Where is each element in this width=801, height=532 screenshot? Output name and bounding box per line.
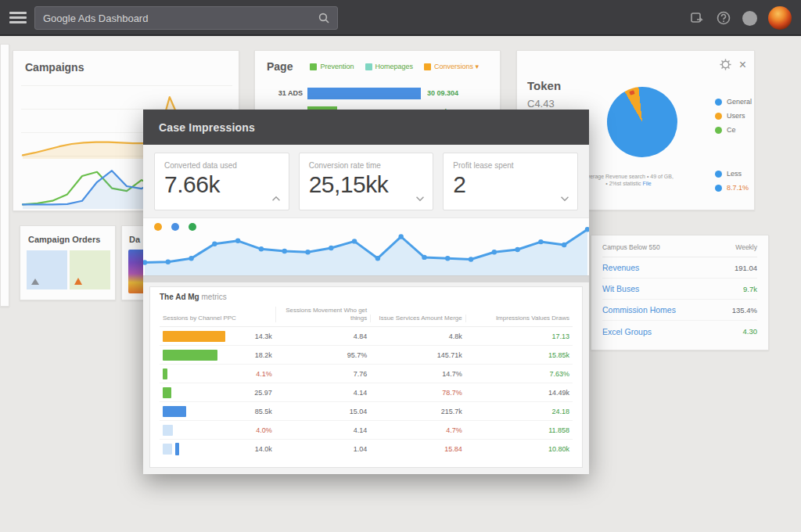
legend-dot-icon[interactable] — [189, 223, 196, 231]
legend-dot-icon — [715, 127, 722, 134]
help-icon[interactable] — [716, 10, 731, 26]
token-legend-secondary: Less8.7.1% — [715, 170, 749, 198]
modal-line-chart — [143, 218, 589, 276]
orders-swatch-green[interactable] — [70, 250, 110, 289]
chevron-down-icon[interactable] — [560, 196, 569, 202]
chevron-up-icon[interactable] — [271, 196, 281, 202]
legend-item[interactable]: Ce — [715, 126, 752, 134]
token-pie-chart — [607, 87, 677, 157]
h-bar — [163, 331, 225, 342]
h-bar — [163, 350, 217, 361]
weekly-header-left: Campus Below 550 — [602, 243, 660, 251]
table-row[interactable]: 4.1% 7.7614.7%7.63% — [160, 365, 573, 383]
table-column-header[interactable]: Issue Services Amount Merge — [370, 304, 465, 327]
h-bar — [163, 425, 173, 436]
weekly-row-link[interactable]: Wit Buses — [602, 284, 639, 293]
legend-dot-icon — [715, 113, 722, 120]
weekly-rows: Revenues191.04Wit Buses9.7kCommission Ho… — [602, 257, 757, 342]
triangle-marker-icon — [74, 278, 82, 285]
weekly-row: Excel Groups4.30 — [602, 321, 757, 342]
legend-swatch-icon — [424, 63, 431, 70]
table-row[interactable]: 14.3k 4.844.8k17.13 — [160, 327, 573, 346]
token-card-title: Token — [527, 79, 561, 92]
page-legend-item[interactable]: Conversions ▾ — [424, 63, 479, 70]
share-icon[interactable] — [689, 10, 705, 26]
search-input[interactable] — [43, 13, 318, 24]
metric-card[interactable]: Conversion rate time25,15kk — [299, 153, 434, 210]
modal-table-card: The Ad Mg metrics Sessions by Channel PP… — [149, 286, 583, 468]
token-card-subtitle: C4.43 — [527, 98, 555, 110]
legend-dot-icon — [715, 185, 722, 192]
legend-swatch-icon — [310, 63, 317, 70]
campaigns-card-title: Campaigns — [25, 61, 84, 74]
modal-table-header-row: Sessions by Channel PPCSessions Movement… — [160, 304, 573, 327]
modal-chart-section — [143, 217, 589, 275]
weekly-row-link[interactable]: Commission Homes — [602, 305, 676, 315]
legend-item[interactable]: Users — [715, 112, 752, 120]
legend-item[interactable]: General — [715, 98, 752, 106]
table-column-header[interactable]: Sessions Movement Who get things — [275, 304, 370, 327]
legend-dot-icon — [715, 171, 722, 178]
legend-item[interactable]: Less — [715, 170, 749, 178]
modal-header[interactable]: Case Impressions — [143, 110, 589, 145]
table-column-header[interactable]: Sessions by Channel PPC — [160, 304, 275, 327]
avatar[interactable] — [768, 6, 792, 30]
token-caption-link[interactable]: File — [642, 181, 651, 186]
weekly-row-link[interactable]: Excel Groups — [602, 327, 652, 336]
legend-dot-icon[interactable] — [171, 223, 179, 231]
campaign-orders-title: Campaign Orders — [20, 226, 115, 244]
token-legend: GeneralUsersCe — [715, 98, 752, 140]
table-row[interactable]: 25.97 4.1478.7%14.49k — [160, 383, 573, 402]
table-row[interactable]: 14.0k 1.0415.8410.80k — [160, 440, 573, 458]
metric-row: Converted data used7.66k Conversion rate… — [154, 153, 578, 210]
table-row[interactable]: 18.2k 95.7%145.71k15.85k — [160, 346, 573, 365]
weekly-header-right: Weekly — [735, 243, 757, 251]
apps-icon[interactable] — [742, 11, 757, 26]
legend-swatch-icon — [365, 63, 372, 70]
table-row[interactable]: 85.5k 15.04215.7k24.18 — [160, 402, 573, 421]
modal-table-title: The Ad Mg metrics — [160, 293, 573, 301]
h-bar-secondary — [175, 443, 179, 455]
h-bar — [163, 406, 186, 417]
triangle-marker-icon — [31, 279, 39, 285]
page-legend-item[interactable]: Homepages — [365, 63, 414, 70]
metric-card[interactable]: Profit lease spent2 — [443, 153, 578, 210]
legend-dot-icon[interactable] — [154, 223, 162, 231]
h-bar — [307, 88, 421, 99]
gear-icon[interactable] — [720, 59, 731, 70]
search-box[interactable] — [34, 6, 338, 30]
search-icon[interactable] — [318, 13, 329, 23]
h-bar — [163, 368, 167, 379]
weekly-row-link[interactable]: Revenues — [602, 263, 639, 272]
edge-card — [0, 44, 9, 307]
legend-dot-icon — [715, 99, 722, 106]
table-column-header[interactable]: Impressions Values Draws — [465, 304, 573, 327]
modal-data-table: Sessions by Channel PPCSessions Movement… — [160, 304, 573, 458]
h-bar — [163, 387, 171, 398]
legend-item[interactable]: 8.7.1% — [715, 184, 749, 192]
modal-table-body: 14.3k 4.844.8k17.13 18.2k 95.7%145.71k15… — [160, 327, 573, 458]
page-legend-item[interactable]: Prevention — [310, 63, 354, 70]
chart-legend-dots — [154, 223, 196, 231]
h-bar — [163, 444, 172, 455]
weekly-row: Revenues191.04 — [602, 257, 757, 279]
metric-card[interactable]: Converted data used7.66k — [154, 153, 289, 210]
topbar — [0, 0, 801, 36]
page-card-title: Page — [267, 60, 293, 73]
modal-title: Case Impressions — [159, 121, 255, 134]
chevron-down-icon[interactable] — [415, 196, 425, 202]
weekly-stats-card: Campus Below 550 Weekly Revenues191.04Wi… — [591, 235, 769, 350]
page-bar-row: 31 ADS 30 09.304 — [267, 84, 494, 102]
close-icon[interactable]: × — [739, 59, 746, 70]
weekly-row: Commission Homes135.4% — [602, 300, 757, 321]
page-legend: PreventionHomepagesConversions ▾ — [310, 63, 479, 70]
hamburger-menu-icon[interactable] — [9, 12, 27, 24]
campaign-orders-card: Campaign Orders — [20, 225, 116, 300]
weekly-row: Wit Buses9.7k — [602, 279, 757, 300]
modal-scroll-strip[interactable] — [143, 275, 589, 282]
table-row[interactable]: 4.0% 4.144.7%11.858 — [160, 421, 573, 440]
case-impressions-modal: Case Impressions Converted data used7.66… — [143, 110, 589, 474]
orders-swatch-blue[interactable] — [27, 250, 67, 289]
